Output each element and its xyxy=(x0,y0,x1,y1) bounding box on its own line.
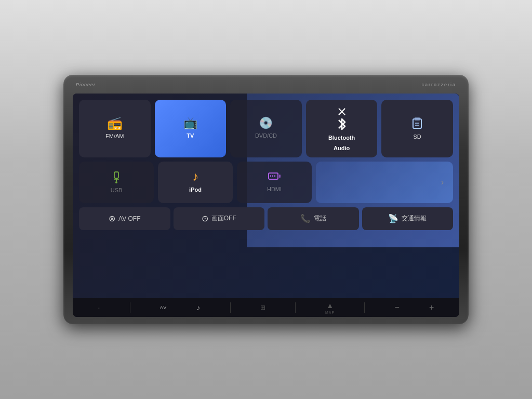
head-unit-bezel: Pioneer carrozzeria 📻 FM/AM 📺 TV xyxy=(63,75,469,324)
menu-row-2: USB ♪ iPod xyxy=(79,162,453,203)
usb-label: USB xyxy=(111,187,123,194)
nav-apps-item[interactable]: ⊞ xyxy=(260,304,265,311)
ipod-icon: ♪ xyxy=(192,170,198,183)
bluetooth-label-line2: Audio xyxy=(334,144,350,152)
tv-label: TV xyxy=(187,132,194,139)
nav-minus-item[interactable]: − xyxy=(395,303,400,312)
tv-button[interactable]: 📺 TV xyxy=(155,100,227,157)
nav-apps-icon: ⊞ xyxy=(260,304,265,311)
navigation-bar: · AV ♪ ⊞ ▲ MAP xyxy=(73,298,459,317)
nav-triangle-icon: ▲ xyxy=(326,301,334,310)
bluetooth-button[interactable]: ⨯ Bluetooth Audio xyxy=(306,100,378,157)
avoff-label: AV OFF xyxy=(118,215,140,222)
svg-rect-1 xyxy=(415,117,420,121)
sd-button[interactable]: SD xyxy=(381,100,453,157)
avoff-button[interactable]: ⊗ AV OFF xyxy=(79,207,170,230)
main-screen: 📻 FM/AM 📺 TV 💿 DVD/CD ⨯ xyxy=(73,94,459,317)
nav-divider-1 xyxy=(130,302,130,313)
svg-rect-4 xyxy=(114,172,118,178)
usb-button[interactable]: USB xyxy=(79,162,154,203)
fmam-button[interactable]: 📻 FM/AM xyxy=(79,100,151,157)
bluetooth-label-line1: Bluetooth xyxy=(328,134,355,141)
phone-button[interactable]: 📞 電話 xyxy=(268,207,359,230)
nav-av-icon: AV xyxy=(160,305,167,310)
usb-icon xyxy=(111,170,122,183)
nav-home-item[interactable]: · xyxy=(98,303,100,312)
phone-label: 電話 xyxy=(314,214,326,223)
nav-music-icon: ♪ xyxy=(196,303,200,312)
nav-map-item[interactable]: ▲ MAP xyxy=(325,301,335,314)
bluetooth-icon: ⨯ xyxy=(336,105,348,131)
nav-map-label: MAP xyxy=(325,311,335,314)
sd-label: SD xyxy=(414,133,421,140)
svg-point-6 xyxy=(115,181,117,183)
nav-music-item[interactable]: ♪ xyxy=(196,303,200,312)
fmam-icon: 📻 xyxy=(107,117,123,129)
bottom-action-bar: ⊗ AV OFF ⊙ 画面OFF 📞 電話 📡 交通情報 xyxy=(79,207,453,230)
traffic-label: 交通情報 xyxy=(402,214,427,223)
svg-rect-8 xyxy=(269,173,278,179)
sd-icon xyxy=(411,116,423,130)
traffic-icon: 📡 xyxy=(388,214,398,223)
ipod-button[interactable]: ♪ iPod xyxy=(158,162,233,203)
nav-plus-icon: + xyxy=(429,303,434,312)
nav-av-item[interactable]: AV xyxy=(160,305,167,310)
screenoff-label: 画面OFF xyxy=(211,214,236,223)
dvdcd-label: DVD/CD xyxy=(255,132,277,139)
menu-grid-area: 📻 FM/AM 📺 TV 💿 DVD/CD ⨯ xyxy=(73,94,459,298)
nav-plus-item[interactable]: + xyxy=(429,303,434,312)
nav-divider-4 xyxy=(364,302,365,313)
car-frame: Pioneer carrozzeria 📻 FM/AM 📺 TV xyxy=(0,0,532,399)
dvdcd-button[interactable]: 💿 DVD/CD xyxy=(230,100,302,157)
pioneer-brand: Pioneer xyxy=(76,82,96,87)
hdmi-icon xyxy=(268,171,281,182)
avoff-icon: ⊗ xyxy=(109,214,115,223)
carrozzeria-brand: carrozzeria xyxy=(421,82,456,87)
fmam-label: FM/AM xyxy=(105,132,124,140)
hdmi-button[interactable]: HDMI xyxy=(237,162,312,203)
menu-row-1: 📻 FM/AM 📺 TV 💿 DVD/CD ⨯ xyxy=(79,100,453,157)
screenoff-button[interactable]: ⊙ 画面OFF xyxy=(174,207,265,230)
blue-area: › xyxy=(316,162,453,203)
svg-rect-9 xyxy=(279,175,281,178)
nav-minus-icon: − xyxy=(395,303,400,312)
next-arrow-icon[interactable]: › xyxy=(312,162,449,203)
nav-divider-2 xyxy=(230,302,231,313)
dvdcd-icon: 💿 xyxy=(259,117,273,129)
nav-divider-3 xyxy=(295,302,296,313)
screenoff-icon: ⊙ xyxy=(202,214,208,223)
tv-icon: 📺 xyxy=(183,117,197,129)
traffic-button[interactable]: 📡 交通情報 xyxy=(362,207,454,230)
brand-bar: Pioneer carrozzeria xyxy=(73,82,459,89)
phone-icon: 📞 xyxy=(300,214,311,223)
nav-home-icon: · xyxy=(98,303,100,312)
hdmi-label: HDMI xyxy=(267,185,282,193)
ipod-label: iPod xyxy=(189,186,202,193)
